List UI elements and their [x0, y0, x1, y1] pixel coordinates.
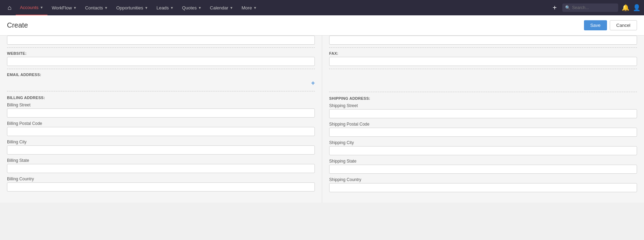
page-header: Create Save Cancel: [0, 15, 644, 36]
nav-contacts-chevron: ▼: [104, 6, 108, 10]
shipping-address-label: SHIPPING ADDRESS:: [329, 96, 637, 100]
fax-input[interactable]: [329, 57, 637, 66]
website-field-group: WEBSITE:: [7, 51, 315, 69]
billing-street-field: Billing Street: [7, 103, 315, 118]
nav-quotes-chevron: ▼: [198, 6, 201, 10]
billing-country-input[interactable]: [7, 182, 315, 192]
shipping-street-field: Shipping Street: [329, 103, 637, 118]
right-spacer: [329, 73, 637, 92]
top-partial-left: [7, 36, 315, 48]
nav-actions: + 🔍 🔔 👤: [550, 3, 641, 12]
billing-city-field: Billing City: [7, 140, 315, 155]
form-area: WEBSITE: EMAIL ADDRESS: + BILLING ADDRES…: [0, 36, 644, 203]
nav-workflow[interactable]: WorkFlow ▼: [47, 0, 81, 15]
billing-postal-code-label: Billing Postal Code: [7, 121, 315, 126]
nav-opportunities-chevron: ▼: [145, 6, 148, 10]
billing-city-label: Billing City: [7, 140, 315, 144]
shipping-country-label: Shipping Country: [329, 177, 637, 182]
shipping-postal-code-input[interactable]: [329, 128, 637, 137]
nav-more[interactable]: More ▼: [237, 0, 261, 15]
email-add-row: +: [7, 78, 315, 88]
search-wrap: 🔍: [562, 3, 618, 12]
billing-street-label: Billing Street: [7, 103, 315, 107]
nav-contacts[interactable]: Contacts ▼: [81, 0, 112, 15]
shipping-city-field: Shipping City: [329, 140, 637, 155]
shipping-street-label: Shipping Street: [329, 103, 637, 108]
cancel-button[interactable]: Cancel: [610, 20, 637, 30]
shipping-state-label: Shipping State: [329, 159, 637, 164]
billing-state-input[interactable]: [7, 164, 315, 173]
top-partial-right: [329, 36, 637, 48]
form-right-column: FAX: SHIPPING ADDRESS: Shipping Street S…: [322, 36, 644, 203]
header-actions: Save Cancel: [584, 20, 637, 30]
add-email-button[interactable]: +: [311, 80, 315, 87]
email-label: EMAIL ADDRESS:: [7, 73, 315, 77]
nav-quotes[interactable]: Quotes ▼: [178, 0, 206, 15]
home-button[interactable]: ⌂: [3, 4, 16, 12]
nav-accounts-label: Accounts: [20, 5, 38, 10]
billing-postal-code-field: Billing Postal Code: [7, 121, 315, 136]
nav-workflow-label: WorkFlow: [52, 5, 72, 10]
nav-more-label: More: [242, 5, 252, 10]
nav-opportunities-label: Opportunities: [116, 5, 143, 10]
partial-input-left[interactable]: [7, 36, 315, 45]
billing-state-label: Billing State: [7, 158, 315, 163]
nav-contacts-label: Contacts: [85, 5, 103, 10]
website-input[interactable]: [7, 57, 315, 66]
billing-country-field: Billing Country: [7, 177, 315, 192]
billing-address-label: BILLING ADDRESS:: [7, 96, 315, 100]
save-button[interactable]: Save: [584, 20, 607, 30]
billing-state-field: Billing State: [7, 158, 315, 173]
form-left-column: WEBSITE: EMAIL ADDRESS: + BILLING ADDRES…: [0, 36, 322, 203]
billing-country-label: Billing Country: [7, 177, 315, 181]
fax-field-group: FAX:: [329, 51, 637, 69]
nav-workflow-chevron: ▼: [73, 6, 77, 10]
navigation: ⌂ Accounts ▼ WorkFlow ▼ Contacts ▼ Oppor…: [0, 0, 644, 15]
nav-calendar[interactable]: Calendar ▼: [206, 0, 237, 15]
shipping-postal-code-label: Shipping Postal Code: [329, 122, 637, 127]
partial-input-right[interactable]: [329, 36, 637, 45]
nav-calendar-chevron: ▼: [230, 6, 233, 10]
nav-accounts-chevron: ▼: [40, 6, 43, 9]
billing-street-input[interactable]: [7, 108, 315, 118]
website-label: WEBSITE:: [7, 51, 315, 55]
bell-icon[interactable]: 🔔: [622, 4, 629, 12]
shipping-country-input[interactable]: [329, 183, 637, 192]
shipping-state-input[interactable]: [329, 165, 637, 174]
search-input[interactable]: [562, 3, 618, 12]
nav-leads-label: Leads: [156, 5, 169, 10]
nav-leads-chevron: ▼: [170, 6, 174, 10]
shipping-address-section: SHIPPING ADDRESS: Shipping Street Shippi…: [329, 96, 637, 192]
billing-postal-code-input[interactable]: [7, 127, 315, 136]
shipping-state-field: Shipping State: [329, 159, 637, 174]
nav-accounts[interactable]: Accounts ▼: [16, 0, 47, 15]
avatar-icon[interactable]: 👤: [633, 4, 641, 12]
shipping-city-input[interactable]: [329, 146, 637, 155]
page-title: Create: [7, 21, 28, 29]
billing-city-input[interactable]: [7, 145, 315, 155]
nav-opportunities[interactable]: Opportunities ▼: [112, 0, 152, 15]
billing-address-section: BILLING ADDRESS: Billing Street Billing …: [7, 96, 315, 192]
search-icon: 🔍: [565, 5, 570, 10]
nav-calendar-label: Calendar: [210, 5, 228, 10]
shipping-country-field: Shipping Country: [329, 177, 637, 192]
nav-more-chevron: ▼: [253, 6, 257, 10]
fax-label: FAX:: [329, 51, 637, 55]
shipping-city-label: Shipping City: [329, 140, 637, 145]
add-button[interactable]: +: [550, 4, 559, 12]
nav-leads[interactable]: Leads ▼: [152, 0, 178, 15]
nav-quotes-label: Quotes: [182, 5, 197, 10]
shipping-postal-code-field: Shipping Postal Code: [329, 122, 637, 137]
email-field-group: EMAIL ADDRESS: +: [7, 73, 315, 91]
shipping-street-input[interactable]: [329, 109, 637, 118]
